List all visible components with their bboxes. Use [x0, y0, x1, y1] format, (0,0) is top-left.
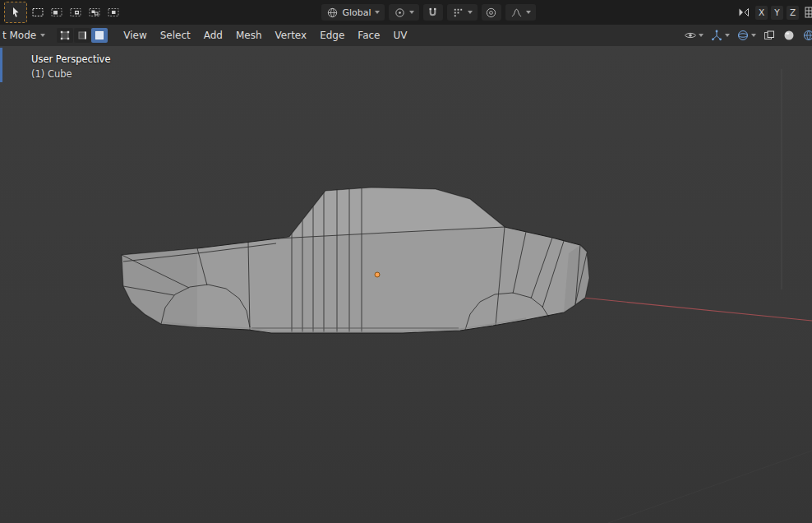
select-box-invert-button[interactable] — [86, 4, 103, 21]
edge-select-button[interactable] — [74, 28, 90, 43]
menu-view[interactable]: View — [118, 27, 152, 44]
menu-uv[interactable]: UV — [387, 27, 413, 44]
select-box-new-button[interactable] — [30, 4, 46, 21]
orientation-value: Global — [342, 7, 371, 18]
pivot-point-icon — [394, 7, 406, 19]
viewport-canvas[interactable] — [0, 46, 812, 523]
chevron-down-icon — [375, 11, 380, 14]
select-box-extend-button[interactable] — [48, 4, 65, 21]
mirror-z-toggle[interactable]: Z — [787, 6, 799, 20]
toolbar-collapsed-strip[interactable] — [0, 48, 2, 82]
select-box-intersect-icon — [107, 6, 120, 19]
select-box-intersect-button[interactable] — [105, 4, 122, 21]
shading-sphere-icon — [782, 29, 796, 42]
falloff-curve-icon — [510, 7, 523, 19]
mode-dropdown[interactable]: t Mode — [2, 27, 49, 44]
viewport-3d[interactable]: User Perspective (1) Cube — [0, 46, 812, 523]
active-tool-group — [4, 2, 122, 23]
tweak-tool-button[interactable] — [4, 2, 27, 23]
snap-toggle-button[interactable] — [423, 4, 443, 21]
overlays-dropdown[interactable] — [735, 27, 758, 44]
transform-settings-group: Global — [321, 4, 535, 21]
mirror-button[interactable] — [736, 4, 752, 21]
proportional-editing-toggle[interactable] — [482, 4, 501, 21]
select-box-subtract-icon — [69, 6, 82, 19]
gizmos-dropdown[interactable] — [708, 27, 731, 44]
vertex-select-icon — [59, 30, 71, 41]
eye-icon — [684, 29, 697, 42]
chevron-down-icon — [40, 34, 45, 37]
select-box-invert-icon — [88, 6, 101, 19]
magnet-icon — [427, 7, 439, 19]
chevron-down-icon — [409, 11, 414, 14]
xray-toggle-button[interactable] — [761, 27, 777, 44]
shading-solid-button[interactable] — [781, 27, 797, 44]
grid-line-diagonal — [608, 451, 812, 523]
visibility-dropdown[interactable] — [682, 27, 705, 44]
shading-globe-icon — [802, 29, 812, 42]
menu-face[interactable]: Face — [352, 27, 385, 44]
snap-increment-icon — [452, 7, 464, 19]
face-select-icon — [94, 30, 105, 41]
chevron-down-icon — [751, 34, 756, 37]
topbar: Global — [0, 0, 812, 25]
blender-window: Global — [0, 0, 812, 523]
snap-target-dropdown[interactable] — [447, 4, 478, 21]
menu-edge[interactable]: Edge — [314, 27, 350, 44]
gizmo-icon — [710, 29, 723, 42]
mirror-x-toggle[interactable]: X — [755, 6, 768, 20]
xray-icon — [763, 29, 776, 42]
globe-icon — [326, 7, 339, 19]
select-box-subtract-button[interactable] — [67, 4, 84, 21]
overlays-icon — [736, 29, 750, 42]
mirror-icon — [737, 6, 750, 19]
select-box-extend-icon — [50, 6, 63, 19]
proportional-editing-icon — [485, 7, 497, 19]
mode-label: t Mode — [2, 30, 36, 41]
mirror-y-toggle[interactable]: Y — [771, 6, 783, 20]
car-mesh[interactable] — [122, 187, 589, 333]
viewport-header: t Mode View Select Add Mesh — [0, 25, 812, 46]
active-object-label: (1) Cube — [31, 68, 72, 80]
chevron-down-icon — [468, 11, 473, 14]
mesh-select-mode-group — [57, 28, 108, 43]
face-select-button[interactable] — [91, 28, 108, 43]
vertex-select-button[interactable] — [57, 28, 73, 43]
chevron-down-icon — [526, 11, 531, 14]
tweak-cursor-icon — [9, 6, 22, 19]
edge-select-icon — [76, 30, 88, 41]
proportional-falloff-dropdown[interactable] — [505, 4, 536, 21]
object-origin-dot — [375, 272, 380, 277]
select-box-new-icon — [31, 6, 44, 19]
view-perspective-label: User Perspective — [31, 53, 110, 65]
chevron-down-icon — [699, 34, 704, 37]
options-grid-button[interactable] — [802, 4, 812, 21]
chevron-down-icon — [725, 34, 730, 37]
menu-vertex[interactable]: Vertex — [270, 27, 313, 44]
transform-orientation-dropdown[interactable]: Global — [321, 4, 384, 21]
menu-select[interactable]: Select — [155, 27, 196, 44]
pivot-point-dropdown[interactable] — [389, 4, 419, 21]
mirror-options-group: X Y Z — [736, 4, 812, 21]
grid-icon — [804, 6, 812, 19]
shading-material-button[interactable] — [800, 27, 812, 44]
menu-add[interactable]: Add — [198, 27, 228, 44]
viewport-display-controls — [682, 27, 812, 44]
menu-mesh[interactable]: Mesh — [230, 27, 268, 44]
